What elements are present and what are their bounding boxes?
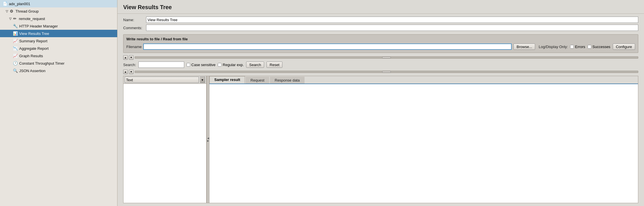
scroll-down-btn-2[interactable]: ▼ [129,70,133,74]
regular-exp-checkbox[interactable] [218,63,221,67]
sidebar-item-label: adx_plan001 [9,2,30,6]
case-sensitive-group[interactable]: Case sensitive [186,63,216,67]
comments-input[interactable] [146,25,638,31]
sidebar-item-label: Summary Report [19,39,47,43]
divider-row-2: ▲ ▼ [117,69,644,75]
search-input[interactable] [138,62,184,68]
main-panel: View Results Tree Name: Comments: Write … [117,0,644,206]
panel-splitter[interactable]: ◀ ▶ [207,76,209,203]
sidebar-item-label: Graph Results [19,54,43,58]
configure-button[interactable]: Configure [613,43,635,50]
sidebar-item-json-assertion[interactable]: 🔍 JSON Assertion [0,67,117,74]
http-header-icon: 🔧 [13,23,18,29]
splitter-right-icon: ▶ [207,140,209,142]
scroll-thumb-2 [382,71,391,73]
graph-results-icon: 📈 [13,53,18,58]
comments-row: Comments: [123,25,638,31]
write-results-section: Write results to file / Read from file F… [123,34,638,53]
log-display-label: Log/Display Only: [539,45,568,49]
scroll-down-btn[interactable]: ▼ [129,55,133,60]
name-row: Name: [123,17,638,23]
expand-icon: ▽ [6,9,8,13]
list-panel: Text RegExp Tester CSS/JQuery Tester XPa… [123,76,207,203]
filename-row: Filename Browse... Log/Display Only: Err… [126,43,635,50]
scroll-up-btn[interactable]: ▲ [123,55,128,60]
dropdown-arrow[interactable]: ▼ [200,77,205,83]
scroll-up-btn-2[interactable]: ▲ [123,70,128,74]
panel-title: View Results Tree [117,0,644,14]
search-label: Search: [123,63,136,67]
list-toolbar: Text RegExp Tester CSS/JQuery Tester XPa… [123,76,206,84]
form-area: Name: Comments: [117,14,644,34]
tab-request[interactable]: Request [246,77,269,84]
thread-group-icon: ⚙ [9,9,14,14]
case-sensitive-label: Case sensitive [191,63,216,67]
sidebar-item-view-results-tree[interactable]: 📊 View Results Tree [0,30,117,37]
bottom-panel: Text RegExp Tester CSS/JQuery Tester XPa… [117,75,644,206]
filename-label: Filename [126,45,142,49]
remote-request-icon: ✏ [12,16,17,21]
tab-response-data[interactable]: Response data [270,77,305,84]
filename-input[interactable] [143,43,512,50]
sidebar-item-summary-report[interactable]: 📈 Summary Report [0,37,117,45]
sidebar-item-root[interactable]: 📄 adx_plan001 [0,0,117,7]
result-content [209,84,638,203]
case-sensitive-checkbox[interactable] [186,63,190,67]
format-dropdown[interactable]: Text RegExp Tester CSS/JQuery Tester XPa… [125,77,199,83]
sidebar-item-remote-request[interactable]: ▽ ✏ remote_request [0,15,117,22]
sidebar: 📄 adx_plan001 ▽ ⚙ Thread Group ▽ ✏ remot… [0,0,117,206]
reset-button[interactable]: Reset [266,62,282,68]
result-panel: Sampler result Request Response data [209,76,638,203]
sidebar-item-constant-throughput-timer[interactable]: 🕐 Constant Throughput Timer [0,60,117,67]
aggregate-report-icon: 📉 [13,46,18,51]
scroll-thumb-1 [382,57,391,58]
bottom-inner: Text RegExp Tester CSS/JQuery Tester XPa… [123,76,638,203]
successes-checkbox[interactable] [588,45,591,49]
root-icon: 📄 [2,1,7,6]
write-results-title: Write results to file / Read from file [126,37,635,41]
result-tabs: Sampler result Request Response data [209,76,638,84]
search-button[interactable]: Search [246,62,264,68]
sidebar-item-label: Constant Throughput Timer [19,61,64,66]
constant-throughput-timer-icon: 🕐 [13,61,18,66]
sidebar-item-aggregate-report[interactable]: 📉 Aggregate Report [0,45,117,52]
scroll-track-2[interactable] [135,71,638,73]
sidebar-item-graph-results[interactable]: 📈 Graph Results [0,52,117,60]
tab-sampler-result[interactable]: Sampler result [209,76,245,84]
sidebar-item-label: View Results Tree [19,31,49,36]
regular-exp-label: Regular exp. [223,63,244,67]
summary-report-icon: 📈 [13,38,18,43]
errors-checkbox-group[interactable]: Errors [570,45,585,49]
name-input[interactable] [146,17,638,23]
expand-icon: ▽ [9,17,11,21]
successes-label: Successes [592,45,610,49]
sidebar-item-http-header-manager[interactable]: 🔧 HTTP Header Manager [0,22,117,30]
regular-exp-group[interactable]: Regular exp. [218,63,244,67]
comments-label: Comments: [123,26,146,30]
list-content [123,84,206,203]
errors-label: Errors [575,45,585,49]
successes-checkbox-group[interactable]: Successes [588,45,610,49]
name-label: Name: [123,18,146,22]
sidebar-item-label: remote_request [19,17,45,21]
sidebar-item-thread-group[interactable]: ▽ ⚙ Thread Group [0,7,117,15]
sidebar-item-label: HTTP Header Manager [19,24,58,28]
divider-row-1: ▲ ▼ [117,55,644,60]
sidebar-item-label: JSON Assertion [19,69,46,73]
json-assertion-icon: 🔍 [13,68,18,73]
browse-button[interactable]: Browse... [513,43,535,50]
log-display-row: Log/Display Only: Errors Successes Confi… [539,43,635,50]
errors-checkbox[interactable] [570,45,574,49]
view-results-tree-icon: 📊 [13,31,18,36]
scroll-track-1[interactable] [135,56,638,59]
search-row: Search: Case sensitive Regular exp. Sear… [117,60,644,69]
sidebar-item-label: Thread Group [15,9,39,13]
sidebar-item-label: Aggregate Report [19,46,49,51]
